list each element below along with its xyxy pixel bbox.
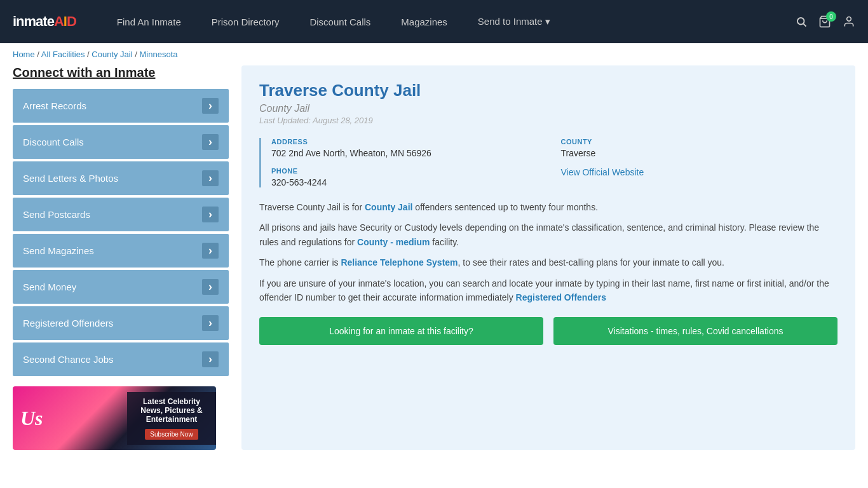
nav-magazines[interactable]: Magazines [386,0,463,43]
user-button[interactable] [843,15,855,28]
navbar: inmateAID Find An Inmate Prison Director… [0,0,868,43]
breadcrumb-county-jail[interactable]: County Jail [92,50,132,59]
facility-updated: Last Updated: August 28, 2019 [259,116,837,125]
sidebar-item-label: Send Postcards [23,209,90,220]
sidebar-item-label: Send Money [23,281,76,292]
sidebar-item-second-chance-jobs[interactable]: Second Chance Jobs › [13,342,229,376]
address-block: ADDRESS 702 2nd Ave North, Wheaton, MN 5… [271,138,548,158]
website-block: View Official Website [561,167,838,187]
facility-name: Traverse County Jail [259,81,837,100]
info-grid: ADDRESS 702 2nd Ave North, Wheaton, MN 5… [259,138,837,187]
facility-type: County Jail [259,103,837,114]
sidebar-item-label: Registered Offenders [23,318,113,329]
ad-banner[interactable]: Us Latest Celebrity News, Pictures & Ent… [13,386,216,450]
county-block: COUNTY Traverse [561,138,838,158]
breadcrumb-minnesota[interactable]: Minnesota [139,50,177,59]
svg-point-3 [847,17,851,22]
facility-panel: Traverse County Jail County Jail Last Up… [241,65,855,450]
nav-icons: 0 [796,15,855,28]
nav-send-to-inmate[interactable]: Send to Inmate ▾ [463,0,566,43]
phone-block: PHONE 320-563-4244 [271,167,548,187]
breadcrumb-home[interactable]: Home [13,50,35,59]
ad-subscribe-button[interactable]: Subscribe Now [145,429,198,440]
desc1: Traverse County Jail is for County Jail … [259,200,837,214]
sidebar-item-send-postcards[interactable]: Send Postcards › [13,198,229,231]
ad-logo: Us [20,407,43,430]
logo[interactable]: inmateAID [13,13,76,30]
breadcrumb: Home / All Facilities / County Jail / Mi… [0,43,868,65]
chevron-right-icon: › [202,207,219,222]
find-inmate-button[interactable]: Looking for an inmate at this facility? [259,317,543,345]
desc4: If you are unsure of your inmate's locat… [259,276,837,305]
phone-value: 320-563-4244 [271,177,548,187]
chevron-right-icon: › [202,351,219,367]
county-medium-link[interactable]: County - medium [357,237,430,247]
sidebar-item-label: Discount Calls [23,137,84,147]
action-buttons: Looking for an inmate at this facility? … [259,317,837,345]
desc3: The phone carrier is Reliance Telephone … [259,255,837,269]
address-label: ADDRESS [271,138,548,146]
nav-links: Find An Inmate Prison Directory Discount… [102,0,796,43]
county-value: Traverse [561,148,838,158]
chevron-right-icon: › [202,98,219,114]
phone-label: PHONE [271,167,548,175]
chevron-right-icon: › [202,134,219,150]
cart-badge: 0 [826,11,836,22]
county-jail-link[interactable]: County Jail [365,202,412,212]
county-label: COUNTY [561,138,838,146]
svg-point-0 [797,18,804,25]
registered-offenders-link[interactable]: Registered Offenders [516,292,606,302]
logo-text: inmateAID [13,13,76,30]
chevron-right-icon: › [202,243,219,259]
ad-title: Latest Celebrity News, Pictures & Entert… [135,397,208,424]
chevron-right-icon: › [202,279,219,295]
sidebar-title: Connect with an Inmate [13,65,229,80]
breadcrumb-all-facilities[interactable]: All Facilities [41,50,85,59]
chevron-right-icon: › [202,315,219,331]
phone-carrier-link[interactable]: Reliance Telephone System [341,257,458,268]
sidebar-item-discount-calls[interactable]: Discount Calls › [13,125,229,159]
sidebar-item-send-letters[interactable]: Send Letters & Photos › [13,161,229,195]
svg-line-1 [803,24,806,26]
desc2: All prisons and jails have Security or C… [259,220,837,249]
nav-discount-calls[interactable]: Discount Calls [294,0,386,43]
search-button[interactable] [796,16,807,27]
sidebar: Connect with an Inmate Arrest Records › … [13,65,229,450]
user-icon [843,15,855,28]
sidebar-item-send-money[interactable]: Send Money › [13,270,229,304]
address-value: 702 2nd Ave North, Wheaton, MN 56926 [271,148,548,158]
website-link[interactable]: View Official Website [561,167,644,177]
sidebar-item-arrest-records[interactable]: Arrest Records › [13,89,229,123]
sidebar-item-label: Send Magazines [23,245,94,256]
nav-find-inmate[interactable]: Find An Inmate [102,0,196,43]
sidebar-item-registered-offenders[interactable]: Registered Offenders › [13,306,229,340]
main-content: Connect with an Inmate Arrest Records › … [0,65,868,463]
sidebar-menu: Arrest Records › Discount Calls › Send L… [13,89,229,376]
nav-prison-directory[interactable]: Prison Directory [196,0,295,43]
chevron-right-icon: › [202,170,219,186]
sidebar-item-label: Arrest Records [23,100,86,111]
sidebar-item-label: Send Letters & Photos [23,173,118,184]
search-icon [796,16,807,27]
ad-text: Latest Celebrity News, Pictures & Entert… [127,392,216,445]
sidebar-item-send-magazines[interactable]: Send Magazines › [13,234,229,268]
visitations-button[interactable]: Visitations - times, rules, Covid cancel… [553,317,837,345]
sidebar-item-label: Second Chance Jobs [23,354,114,365]
cart-button[interactable]: 0 [818,15,831,28]
